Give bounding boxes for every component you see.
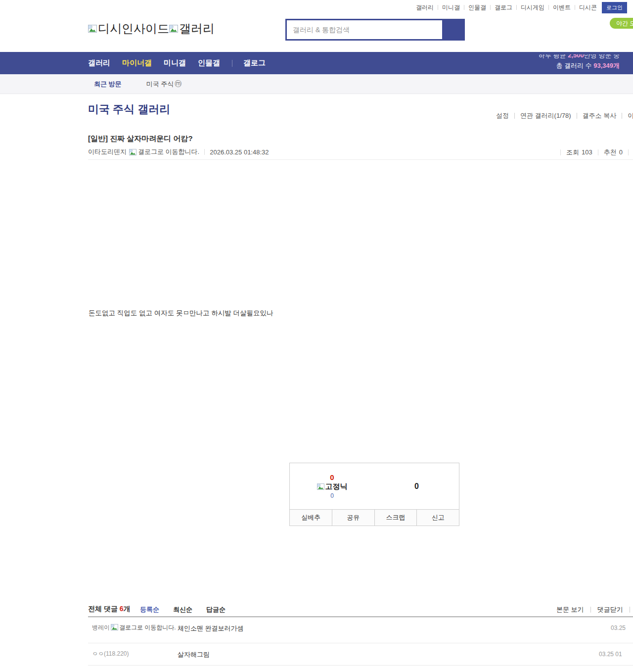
- gallog-link-alt[interactable]: 갤로그로 이동합니다.: [138, 147, 199, 156]
- broken-image-icon: [317, 483, 324, 490]
- vote-actions: 실베추 공유 스크랩 신고: [290, 509, 459, 526]
- search-input[interactable]: [287, 20, 442, 39]
- divider: [464, 5, 464, 10]
- broken-image-icon: [129, 149, 136, 155]
- topbar-link-dcgame[interactable]: 디시게임: [521, 3, 544, 12]
- minor-gallery-icon: ⓜ: [175, 80, 181, 89]
- comment-row: ㅇㅇ(118.220) 살자해그림 03.25 01: [88, 643, 633, 666]
- comment-actions: 본문 보기 댓글닫기: [556, 605, 633, 614]
- upvote-area[interactable]: 0 고정닉 0: [290, 463, 374, 509]
- view-post-button[interactable]: 본문 보기: [556, 605, 584, 614]
- divider: [630, 607, 630, 613]
- divider: [560, 149, 561, 155]
- silbechu-button[interactable]: 실베추: [290, 510, 332, 526]
- downvote-count: 0: [414, 482, 419, 491]
- guide-link[interactable]: 이용안내: [628, 111, 633, 120]
- post-date: 2026.03.25 01:48:32: [210, 148, 269, 156]
- gallery-settings-link[interactable]: 설정: [496, 111, 509, 120]
- divider: [575, 5, 575, 10]
- comment-sorts: 등록순 최신순 답글순: [140, 605, 239, 614]
- top-utility-bar: 갤러리 미니갤 인물갤 갤로그 디시게임 이벤트 디시콘 로그인: [0, 0, 633, 15]
- vote-box: 0 고정닉 0 0 실베추 공유 스크랩 신고: [289, 463, 459, 526]
- broken-image-icon: [88, 25, 97, 33]
- page: 갤러리 미니갤 인물갤 갤로그 디시게임 이벤트 디시콘 로그인 야간 모드 디…: [0, 0, 633, 672]
- ticker-line-clipped: 하루 평균 2,500만명 방문 중: [539, 54, 620, 59]
- divider: [622, 113, 622, 119]
- post-title: [일반] 진짜 살자마려운디 어캄?: [88, 134, 193, 144]
- nav-item-minorgal[interactable]: 마이너갤: [122, 58, 152, 68]
- comment-author[interactable]: ㅇㅇ(118.220): [92, 650, 178, 660]
- night-mode-button[interactable]: 야간 모드: [610, 18, 633, 29]
- broken-image-icon: [169, 25, 178, 33]
- post-body-text: 돈도없고 직업도 없고 여자도 못ㅁ만나고 하시발 더살필요있나: [89, 309, 273, 318]
- comment-section: 전체 댓글 6개 등록순 최신순 답글순 본문 보기 댓글닫기 뱅레이갤로그로 …: [88, 604, 633, 672]
- login-button[interactable]: 로그인: [602, 2, 627, 13]
- downvote-area[interactable]: 0: [374, 463, 459, 509]
- divider: [548, 5, 549, 10]
- logo-text-dcinside: 디시인사이드: [98, 21, 169, 37]
- comment-author[interactable]: 뱅레이갤로그로 이동합니다.: [92, 624, 178, 637]
- comment-header: 전체 댓글 6개 등록순 최신순 답글순 본문 보기 댓글닫기: [88, 604, 633, 617]
- sort-registered[interactable]: 등록순: [140, 605, 161, 614]
- comment-total: 전체 댓글 6개: [88, 605, 131, 614]
- comment-time: 03.25 01: [599, 651, 622, 658]
- close-comments-button[interactable]: 댓글닫기: [597, 605, 623, 614]
- divider: [577, 113, 577, 119]
- topbar-link-gallery[interactable]: 갤러리: [416, 3, 434, 12]
- divider: [438, 5, 438, 10]
- sort-replies[interactable]: 답글순: [206, 605, 227, 614]
- search-box: [285, 19, 465, 41]
- divider: [88, 159, 633, 160]
- topbar-link-minigal[interactable]: 미니갤: [442, 3, 460, 12]
- divider: [204, 149, 205, 155]
- report-button[interactable]: 신고: [416, 510, 459, 526]
- search-button[interactable]: [442, 20, 463, 39]
- divider: [628, 149, 629, 155]
- divider: [490, 5, 491, 10]
- breadcrumb-gallery[interactable]: 미국 주식 ⓜ: [146, 80, 182, 89]
- related-galleries-link[interactable]: 연관 갤러리(1/78): [520, 111, 571, 120]
- topbar-link-gallog[interactable]: 갤로그: [495, 3, 512, 12]
- main-nav: 갤러리 마이너갤 미니갤 인물갤 갤로그 하루 평균 2,500만명 방문 중 …: [0, 52, 633, 74]
- divider: [590, 607, 591, 613]
- post-meta-right: 조회103 추천0: [555, 146, 633, 158]
- nav-item-minigal[interactable]: 미니갤: [164, 58, 186, 68]
- divider: [232, 60, 232, 67]
- upvote-count: 0: [330, 473, 334, 481]
- topbar-link-event[interactable]: 이벤트: [553, 3, 571, 12]
- nav-item-gallery[interactable]: 갤러리: [88, 58, 110, 68]
- logo-text-gallery: 갤러리: [179, 21, 215, 37]
- site-logo[interactable]: 디시인사이드 갤러리: [88, 21, 215, 37]
- divider: [514, 113, 515, 119]
- recent-visit-label: 최근 방문: [94, 80, 122, 89]
- vote-counts: 0 고정닉 0 0: [290, 463, 459, 509]
- broken-image-icon: [111, 624, 118, 630]
- gallery-title[interactable]: 미국 주식 갤러리: [88, 102, 170, 117]
- like-count: 추천0: [604, 148, 623, 157]
- divider: [516, 5, 517, 10]
- post-meta: 이타도리덴지 갤로그로 이동합니다. 2026.03.25 01:48:32: [88, 147, 269, 156]
- view-count: 조회103: [566, 148, 592, 157]
- post-author[interactable]: 이타도리덴지: [88, 147, 127, 156]
- sort-newest[interactable]: 최신순: [173, 605, 194, 614]
- recent-visit-bar: 최근 방문 미국 주식 ⓜ: [0, 74, 633, 94]
- scrap-button[interactable]: 스크랩: [374, 510, 417, 526]
- nav-item-persongal[interactable]: 인물갤: [198, 58, 220, 68]
- comment-row: ㅇㅇ1(114.201) ㅇㅈ 03.25 01: [88, 666, 633, 672]
- ticker-line-total: 총 갤러리 수 93,349개: [539, 61, 620, 70]
- topbar-link-dccon[interactable]: 디시콘: [579, 3, 597, 12]
- gallery-header-links: 설정 연관 갤러리(1/78) 갤주소 복사 이용안내: [496, 111, 633, 120]
- topbar-link-persongal[interactable]: 인물갤: [468, 3, 486, 12]
- gallery-count-ticker: 하루 평균 2,500만명 방문 중 총 갤러리 수 93,349개: [539, 54, 620, 70]
- fixed-nick-label: 고정닉: [317, 482, 348, 491]
- nav-item-gallog[interactable]: 갤로그: [243, 58, 266, 68]
- comment-text: 체인소맨 완결보러가셈: [178, 624, 633, 637]
- share-button[interactable]: 공유: [332, 510, 374, 526]
- fixed-nick-count: 0: [330, 492, 334, 499]
- divider: [598, 149, 598, 155]
- copy-url-link[interactable]: 갤주소 복사: [583, 111, 617, 120]
- comment-text: 살자해그림: [178, 650, 633, 660]
- main-nav-menu: 갤러리 마이너갤 미니갤 인물갤 갤로그: [88, 52, 277, 74]
- comment-time: 03.25: [611, 624, 626, 631]
- comment-row: 뱅레이갤로그로 이동합니다. 체인소맨 완결보러가셈 03.25: [88, 617, 633, 643]
